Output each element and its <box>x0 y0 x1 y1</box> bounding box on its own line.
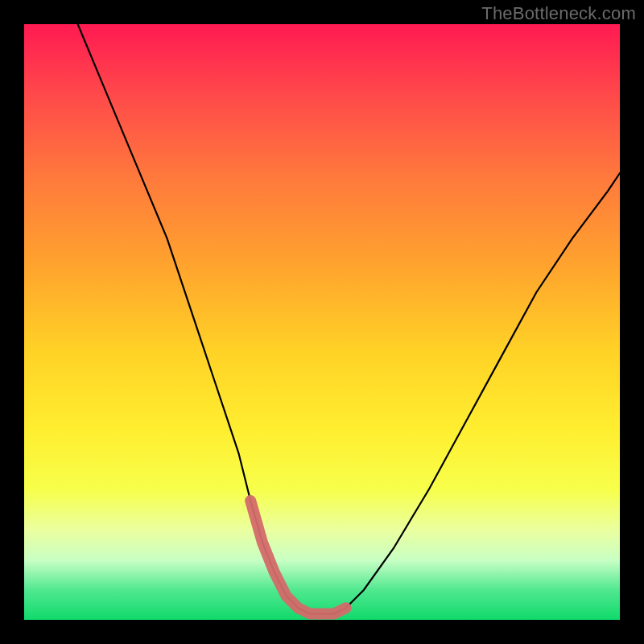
chart-frame: TheBottleneck.com <box>0 0 644 644</box>
bottleneck-curve <box>78 24 620 614</box>
watermark-text: TheBottleneck.com <box>481 3 636 24</box>
curve-layer <box>24 24 620 620</box>
plot-area <box>24 24 620 620</box>
curve-highlight <box>250 501 345 614</box>
